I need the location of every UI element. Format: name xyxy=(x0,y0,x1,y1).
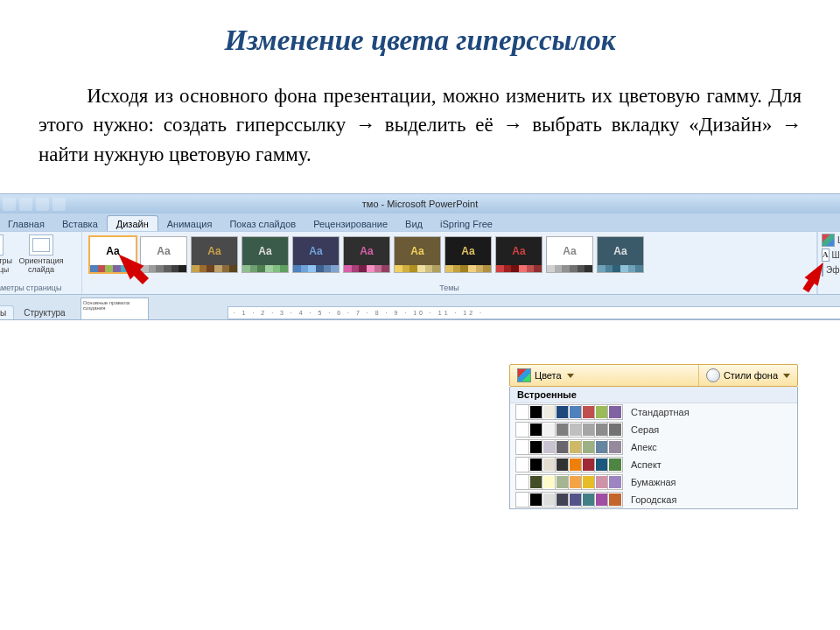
menu-section-builtin: Встроенные xyxy=(510,387,797,403)
powerpoint-screenshot: тмо - Microsoft PowerPoint ГлавнаяВставк… xyxy=(0,193,840,320)
ribbon-tab[interactable]: Анимация xyxy=(158,216,221,231)
color-scheme-menu: Встроенные СтандартнаяСераяАпексАспектБу… xyxy=(509,387,798,509)
theme-thumbnail[interactable]: Aa xyxy=(495,236,542,273)
group-page-setup: Параметры страницы Ориентация слайда Пар… xyxy=(0,232,82,294)
ribbon: Параметры страницы Ориентация слайда Пар… xyxy=(0,231,840,295)
effects-button[interactable]: Эффекты xyxy=(822,263,840,276)
color-scheme-item[interactable]: Серая xyxy=(510,421,797,438)
horizontal-ruler: · 1 · 2 · 3 · 4 · 5 · 6 · 7 · 8 · 9 · 10… xyxy=(228,306,840,319)
ribbon-tab[interactable]: Рецензирование xyxy=(304,216,396,231)
color-scheme-label: Апекс xyxy=(631,442,790,452)
fonts-button[interactable]: AШрифты xyxy=(822,248,840,262)
color-scheme-label: Городская xyxy=(631,494,790,505)
tab-slides[interactable]: Слайды xyxy=(0,305,14,319)
ribbon-tab[interactable]: iSpring Free xyxy=(431,216,501,231)
color-scheme-item[interactable]: Городская xyxy=(510,491,797,508)
background-styles-icon xyxy=(706,368,720,382)
color-scheme-item[interactable]: Апекс xyxy=(510,438,797,456)
color-scheme-item[interactable]: Стандартная xyxy=(510,403,797,421)
colors-icon xyxy=(517,368,531,382)
color-scheme-label: Бумажная xyxy=(631,477,790,487)
group-label-themes: Темы xyxy=(88,283,811,292)
ribbon-tab[interactable]: Дизайн xyxy=(107,215,158,231)
color-scheme-item[interactable]: Аспект xyxy=(510,456,797,473)
page-title: Изменение цвета гиперссылок xyxy=(38,24,802,57)
slides-outline-tabs[interactable]: Слайды Структура xyxy=(0,295,75,319)
ribbon-tab[interactable]: Показ слайдов xyxy=(220,216,304,231)
theme-thumbnail[interactable]: Aa xyxy=(394,236,441,273)
colors-dropdown-button[interactable]: Цвета xyxy=(510,365,581,386)
themes-right-panel: Цвета AШрифты Эффекты xyxy=(817,232,840,294)
slide-orientation-button[interactable]: Ориентация слайда xyxy=(18,234,65,275)
colors-button[interactable]: Цвета xyxy=(822,234,840,247)
ribbon-tab[interactable]: Главная xyxy=(0,216,53,231)
ribbon-tab[interactable]: Вид xyxy=(396,216,431,231)
theme-thumbnail[interactable]: Aa xyxy=(444,236,492,273)
slide-thumbnail[interactable]: Основные правила создания xyxy=(80,298,149,320)
color-scheme-label: Аспект xyxy=(631,459,790,470)
theme-thumbnail[interactable]: Aa xyxy=(343,236,390,273)
color-scheme-label: Серая xyxy=(631,424,790,435)
background-styles-button[interactable]: Стили фона xyxy=(698,365,797,386)
ribbon-tabs: ГлавнаяВставкаДизайнАнимацияПоказ слайдо… xyxy=(0,214,840,231)
ribbon-tab[interactable]: Вставка xyxy=(53,216,107,231)
theme-thumbnail[interactable]: Aa xyxy=(89,236,136,273)
theme-thumbnail[interactable]: Aa xyxy=(292,236,340,273)
colors-dropdown-panel: Цвета Стили фона Встроенные СтандартнаяС… xyxy=(509,364,798,509)
theme-thumbnail[interactable]: Aa xyxy=(597,236,644,273)
theme-thumbnail[interactable]: Aa xyxy=(546,236,593,273)
group-label-page-setup: Параметры страницы xyxy=(0,283,76,292)
page-setup-button[interactable]: Параметры страницы xyxy=(0,234,15,275)
window-title: тмо - Microsoft PowerPoint xyxy=(362,199,478,209)
tab-outline[interactable]: Структура xyxy=(16,305,73,319)
theme-thumbnail[interactable]: Aa xyxy=(191,236,238,273)
document-area: Слайды Структура Основные правила создан… xyxy=(0,295,840,319)
color-scheme-item[interactable]: Бумажная xyxy=(510,473,797,491)
theme-thumbnail[interactable]: Aa xyxy=(140,236,187,273)
theme-thumbnail[interactable]: Aa xyxy=(242,236,289,273)
theme-gallery[interactable]: AaAaAaAaAaAaAaAaAaAaAa xyxy=(88,234,811,283)
color-scheme-label: Стандартная xyxy=(631,407,790,417)
group-themes: AaAaAaAaAaAaAaAaAaAaAa Темы xyxy=(82,232,817,294)
quick-access-toolbar[interactable] xyxy=(3,198,66,211)
instruction-paragraph: Исходя из основного фона презентации, мо… xyxy=(38,81,802,169)
